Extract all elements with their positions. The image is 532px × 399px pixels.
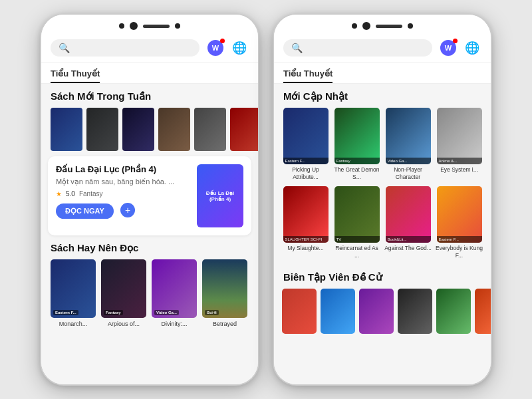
tab-tieu-thuyet-right[interactable]: Tiểu Thuyết	[283, 68, 332, 83]
book-thumb-4[interactable]	[158, 108, 190, 151]
left-phone: 🔍 W 🌐 Tiểu Thuyết	[40, 13, 259, 386]
featured-cover-text: Đấu La Đại (Phần 4)	[200, 190, 241, 202]
featured-card: Đấu La Đại Lục (Phần 4) Một vạn năm sau,…	[48, 156, 251, 235]
r-camera-main	[362, 22, 370, 30]
notification-btn[interactable]: W	[206, 39, 225, 57]
grid-book-1[interactable]: Eastern F... Monarch...	[51, 259, 96, 327]
book-thumb-1[interactable]	[51, 108, 82, 151]
bt-item-2[interactable]	[321, 289, 355, 334]
mcn-cover-3: Video Ga...	[386, 108, 431, 164]
book-thumb-3[interactable]	[122, 108, 154, 151]
r-red-dot-notif	[453, 39, 458, 43]
mcn-label-4: Anime &...	[437, 158, 482, 164]
read-now-button[interactable]: ĐỌC NGAY	[56, 203, 114, 219]
book-thumb-6[interactable]	[230, 108, 258, 151]
r-header-icons: W 🌐	[439, 39, 481, 57]
add-button[interactable]: +	[120, 203, 135, 217]
grid-book-cover-2: Fantasy	[101, 259, 146, 318]
grid-book-label-4: Sci-fi	[205, 310, 219, 315]
rating-row: ★ 5.0 Fantasy	[56, 190, 190, 198]
r-globe-btn[interactable]: 🌐	[463, 39, 481, 57]
right-phone-content: 🔍 W 🌐 Tiểu Thuyết	[274, 33, 491, 384]
mcn-title-2: The Great Demon S...	[333, 166, 380, 181]
bt-item-1[interactable]	[282, 289, 317, 334]
grid-book-2[interactable]: Fantasy Arpious of...	[101, 259, 146, 327]
grid-book-label-2: Fantasy	[104, 310, 123, 315]
grid-book-cover-3: Video Ga...	[152, 259, 197, 318]
bt-item-4[interactable]	[398, 289, 432, 334]
header-icons: W 🌐	[206, 39, 249, 57]
bt-item-6[interactable]	[475, 289, 491, 334]
globe-btn[interactable]: 🌐	[230, 39, 249, 57]
r-globe-icon: 🌐	[465, 41, 479, 55]
r-notification-btn[interactable]: W	[439, 39, 458, 57]
mcn-item-6[interactable]: TV Reincarnat ed As ...	[333, 186, 380, 259]
mcn-item-7[interactable]: Book&Lit... Against The God...	[384, 186, 432, 259]
r-speaker	[376, 25, 402, 28]
left-tab-nav: Tiểu Thuyết	[41, 63, 258, 84]
grid-book-title-4: Betrayed	[202, 321, 247, 327]
grid-book-title-3: Divinity:...	[152, 321, 197, 327]
right-section2-title: Biên Tập Viên Đề Cử	[283, 271, 481, 283]
mcn-item-8[interactable]: Eastern F... Everybody is Kung F...	[436, 186, 483, 259]
grid-book-3[interactable]: Video Ga... Divinity:...	[152, 259, 197, 327]
mcn-title-5: My Slaughte...	[287, 245, 323, 252]
left-section2-title: Sách Hay Nên Đọc	[51, 242, 249, 254]
mcn-label-7: Book&Lit...	[386, 236, 431, 243]
mcn-title-7: Against The God...	[384, 245, 432, 252]
book-thumb-img-5	[194, 108, 226, 151]
book-thumb-img-3	[122, 108, 154, 151]
right-search-bar[interactable]: 🔍	[283, 39, 432, 57]
book-thumb-2[interactable]	[86, 108, 118, 151]
speaker	[143, 25, 170, 28]
stars-icon: ★	[56, 190, 62, 198]
bt-item-5[interactable]	[436, 289, 471, 334]
search-icon: 🔍	[59, 43, 70, 53]
grid-book-title-1: Monarch...	[51, 321, 96, 327]
mcn-item-2[interactable]: Fantasy The Great Demon S...	[333, 108, 380, 181]
bt-item-3[interactable]	[359, 289, 394, 334]
featured-info: Đấu La Đại Lục (Phần 4) Một vạn năm sau,…	[56, 164, 190, 227]
rating-value: 5.0	[66, 190, 75, 198]
mcn-label-3: Video Ga...	[386, 158, 431, 164]
mcn-item-3[interactable]: Video Ga... Non-Player Character	[384, 108, 432, 181]
right-tab-nav: Tiểu Thuyết	[274, 63, 491, 84]
left-search-bar[interactable]: 🔍	[51, 39, 200, 57]
grid-book-label-3: Video Ga...	[154, 310, 179, 315]
mcn-item-1[interactable]: Eastern F... Picking Up Attribute...	[282, 108, 329, 181]
featured-title: Đấu La Đại Lục (Phần 4)	[56, 164, 190, 174]
featured-books-scroll	[41, 108, 258, 156]
featured-cover: Đấu La Đại (Phần 4)	[197, 164, 243, 227]
book-thumb-img-1	[51, 108, 82, 151]
mcn-title-3: Non-Player Character	[384, 166, 432, 181]
mcn-item-4[interactable]: Anime &... Eye System i...	[436, 108, 483, 181]
mcn-cover-6: TV	[334, 186, 380, 243]
right-app-header: 🔍 W 🌐	[274, 33, 491, 63]
grid-book-cover-4: Sci-fi	[202, 259, 247, 318]
mcn-label-1: Eastern F...	[283, 158, 329, 164]
right-phone-top-bar	[274, 15, 491, 33]
r-search-icon: 🔍	[291, 43, 303, 53]
camera-dot	[119, 23, 124, 29]
genre-tag: Fantasy	[79, 190, 103, 198]
mcn-item-5[interactable]: SLAUGHTER SCI-FI My Slaughte...	[282, 186, 329, 259]
tab-tieu-thuyet-left[interactable]: Tiểu Thuyết	[51, 68, 100, 83]
book-thumb-img-4	[158, 108, 190, 151]
mcn-title-4: Eye System i...	[440, 166, 478, 174]
grid-book-cover-1: Eastern F...	[51, 259, 96, 318]
featured-desc: Một vạn năm sau, băng biến hóa. ...	[56, 177, 190, 187]
left-phone-top-bar	[41, 15, 258, 33]
mcn-title-1: Picking Up Attribute...	[282, 166, 329, 181]
r-camera-dot-2	[408, 23, 413, 29]
mcn-cover-2: Fantasy	[334, 108, 380, 164]
mcn-label-8: Eastern F...	[437, 236, 482, 243]
camera-main	[130, 22, 138, 30]
grid-book-label-1: Eastern F...	[53, 310, 78, 315]
mcn-cover-1: Eastern F...	[283, 108, 329, 164]
r-camera-dot	[352, 23, 357, 29]
book-thumb-5[interactable]	[194, 108, 226, 151]
grid-book-4[interactable]: Sci-fi Betrayed	[202, 259, 247, 327]
mcn-label-5: SLAUGHTER SCI-FI	[283, 236, 329, 243]
section2-grid: Eastern F... Monarch... Fantasy Arpious …	[41, 259, 258, 327]
book-thumb-img-6	[230, 108, 258, 151]
